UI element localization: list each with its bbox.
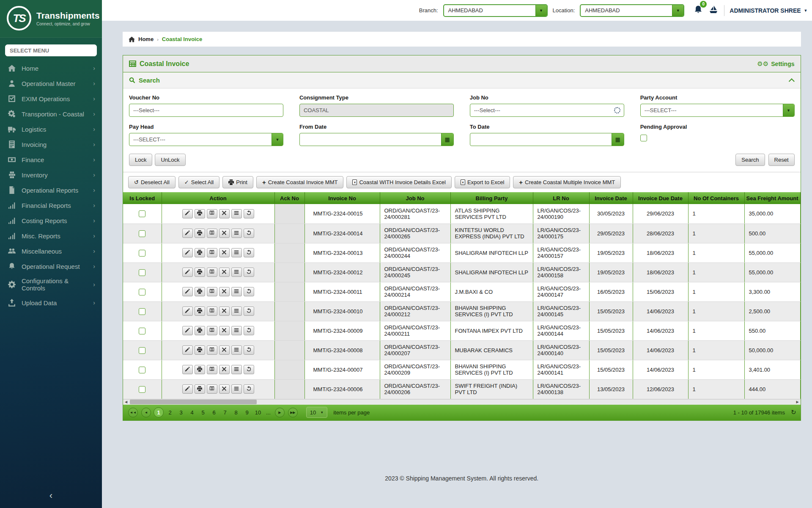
ledger-row-button[interactable] [207, 365, 217, 374]
edit-row-button[interactable] [182, 248, 193, 257]
location-select[interactable]: AHMEDABAD ▼ [580, 4, 684, 17]
pending-approval-checkbox[interactable] [640, 135, 647, 141]
page-number-2[interactable]: 2 [165, 408, 175, 417]
print-row-button[interactable] [195, 345, 205, 355]
history-row-button[interactable] [244, 229, 254, 238]
voucher-no-field[interactable] [129, 107, 283, 113]
sidebar-item-invoicing[interactable]: Invoicing› [0, 137, 102, 152]
settings-button[interactable]: ⚙⚙ Settings [757, 60, 794, 68]
edit-row-button[interactable] [182, 345, 193, 355]
print-button[interactable]: Print [222, 176, 253, 188]
refresh-icon[interactable]: ↻ [791, 409, 796, 416]
row-lock-checkbox[interactable] [139, 289, 145, 295]
sidebar-item-operational-reports[interactable]: Operational Reports› [0, 182, 102, 198]
sidebar-item-inventory[interactable]: Inventory› [0, 167, 102, 182]
from-date-input[interactable]: ▦ [299, 133, 454, 146]
ledger-row-button[interactable] [207, 248, 217, 257]
row-lock-checkbox[interactable] [139, 230, 145, 237]
print-row-button[interactable] [195, 248, 205, 257]
ledger-row-button[interactable] [207, 229, 217, 238]
row-lock-checkbox[interactable] [139, 328, 145, 334]
sidebar-item-upload-data[interactable]: Upload Data› [0, 295, 102, 310]
row-lock-checkbox[interactable] [139, 308, 145, 315]
voucher-no-input[interactable] [129, 104, 283, 117]
sidebar-item-miscellaneous[interactable]: Miscellaneous› [0, 243, 102, 259]
history-row-button[interactable] [244, 268, 254, 277]
next-page-button[interactable]: ▶ [275, 408, 285, 417]
delete-row-button[interactable] [219, 287, 230, 296]
edit-row-button[interactable] [182, 209, 193, 218]
page-number-6[interactable]: 6 [209, 408, 219, 417]
details-row-button[interactable] [231, 326, 242, 335]
sidebar-item-exim-operations[interactable]: EXIM Operations› [0, 91, 102, 106]
details-row-button[interactable] [231, 287, 242, 296]
reset-button[interactable]: Reset [768, 154, 795, 166]
print-row-button[interactable] [195, 306, 205, 316]
print-row-button[interactable] [195, 287, 205, 296]
print-row-button[interactable] [195, 209, 205, 218]
sidebar-item-logistics[interactable]: Logistics› [0, 121, 102, 137]
unlock-button[interactable]: UnLock [155, 154, 185, 166]
delete-row-button[interactable] [219, 248, 230, 257]
history-row-button[interactable] [244, 345, 254, 355]
details-row-button[interactable] [231, 306, 242, 316]
sidebar-item-operational-master[interactable]: Operational Master› [0, 76, 102, 91]
delete-row-button[interactable] [219, 268, 230, 277]
calendar-icon[interactable]: ▦ [441, 133, 453, 146]
ledger-row-button[interactable] [207, 287, 217, 296]
row-lock-checkbox[interactable] [139, 210, 145, 217]
from-date-field[interactable] [300, 136, 441, 143]
history-row-button[interactable] [244, 248, 254, 257]
to-date-input[interactable]: ▦ [470, 133, 624, 146]
history-row-button[interactable] [244, 384, 254, 394]
export-to-excel-button[interactable]: xExport to Excel [455, 176, 510, 188]
edit-row-button[interactable] [182, 268, 193, 277]
lock-button[interactable]: Lock [129, 154, 152, 166]
details-row-button[interactable] [231, 229, 242, 238]
user-menu[interactable]: ADMINISTRATOR SHREE ▼ [730, 7, 807, 14]
sidebar-item-operational-request[interactable]: Operational Request› [0, 259, 102, 274]
vessel-button[interactable] [708, 5, 719, 17]
edit-row-button[interactable] [182, 384, 193, 394]
page-number-9[interactable]: 9 [242, 408, 252, 417]
history-row-button[interactable] [244, 365, 254, 374]
ledger-row-button[interactable] [207, 268, 217, 277]
details-row-button[interactable] [231, 268, 242, 277]
print-row-button[interactable] [195, 229, 205, 238]
page-number-4[interactable]: 4 [187, 408, 197, 417]
delete-row-button[interactable] [219, 229, 230, 238]
page-number-5[interactable]: 5 [198, 408, 208, 417]
print-row-button[interactable] [195, 365, 205, 374]
page-number-8[interactable]: 8 [231, 408, 241, 417]
page-number-1[interactable]: 1 [154, 407, 164, 417]
ledger-row-button[interactable] [207, 326, 217, 335]
details-row-button[interactable] [231, 209, 242, 218]
edit-row-button[interactable] [182, 229, 193, 238]
sidebar-item-financial-reports[interactable]: Financial Reports› [0, 198, 102, 213]
edit-row-button[interactable] [182, 306, 193, 316]
delete-row-button[interactable] [219, 209, 230, 218]
job-no-input[interactable] [470, 104, 624, 117]
sidebar-item-configurations-controls[interactable]: Configurations & Controls› [0, 274, 102, 295]
sidebar-item-costing-reports[interactable]: Costing Reports› [0, 213, 102, 228]
ledger-row-button[interactable] [207, 384, 217, 394]
sidebar-item-home[interactable]: Home› [0, 61, 102, 76]
row-lock-checkbox[interactable] [139, 269, 145, 276]
details-row-button[interactable] [231, 384, 242, 394]
row-lock-checkbox[interactable] [139, 367, 145, 373]
row-lock-checkbox[interactable] [139, 250, 145, 257]
first-page-button[interactable]: ◄◄ [128, 408, 138, 417]
print-row-button[interactable] [195, 326, 205, 335]
row-lock-checkbox[interactable] [139, 386, 145, 393]
sidebar-item-finance[interactable]: Finance› [0, 152, 102, 167]
page-size-select[interactable]: 10 ▼ [306, 407, 327, 418]
notifications-button[interactable]: 0 [694, 5, 703, 17]
details-row-button[interactable] [231, 248, 242, 257]
create-coastal-invoice-mmt-button[interactable]: +Create Coastal Invoice MMT [256, 176, 344, 188]
details-row-button[interactable] [231, 345, 242, 355]
page-number-7[interactable]: 7 [220, 408, 230, 417]
ledger-row-button[interactable] [207, 209, 217, 218]
collapse-search-icon[interactable] [788, 78, 794, 84]
edit-row-button[interactable] [182, 326, 193, 335]
coastal-with-invoice-details-excel-button[interactable]: xCoastal WITH Invoice Details Excel [346, 176, 451, 188]
